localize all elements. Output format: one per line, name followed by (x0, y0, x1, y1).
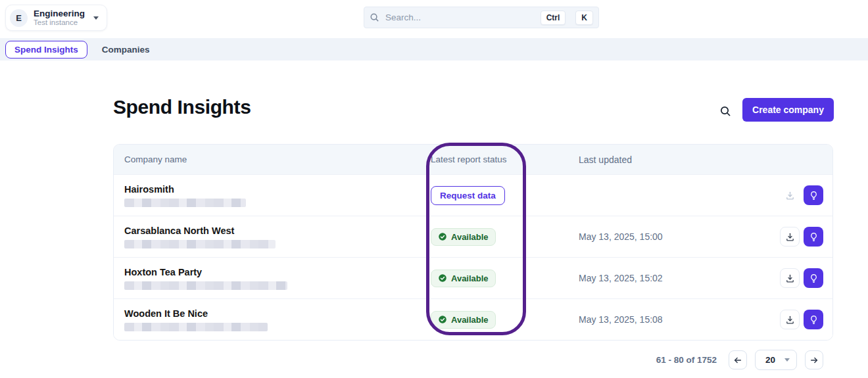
lightbulb-icon (809, 273, 819, 283)
workspace-switcher[interactable]: E Engineering Test instance (5, 5, 107, 31)
lightbulb-icon (809, 191, 819, 201)
tab-spend-insights[interactable]: Spend Insights (5, 41, 87, 59)
blurred-address (124, 199, 246, 207)
last-updated: May 13, 2025, 15:02 (579, 273, 769, 283)
create-company-button[interactable]: Create company (742, 98, 834, 122)
request-data-button[interactable]: Request data (431, 186, 505, 205)
check-circle-icon (438, 273, 447, 283)
page-size-value: 20 (765, 355, 775, 365)
arrow-left-icon (733, 356, 742, 365)
tab-companies[interactable]: Companies (102, 45, 150, 55)
insights-button[interactable] (804, 185, 823, 205)
table-body: Hairosmith Request data Carsablanca (114, 174, 832, 340)
status-cell: Available (431, 270, 579, 287)
download-icon (785, 232, 795, 242)
status-cell: Available (431, 311, 579, 329)
lightbulb-icon (809, 232, 819, 242)
status-badge-label: Available (451, 232, 489, 242)
search-icon (370, 12, 379, 22)
previous-page-button[interactable] (729, 350, 747, 369)
download-icon (785, 315, 795, 325)
table-row: Carsablanca North West Available May 13,… (114, 216, 832, 257)
table-search-button[interactable] (717, 103, 734, 120)
tab-strip: Spend Insights Companies (0, 38, 868, 60)
company-name: Wooden It Be Nice (124, 308, 431, 319)
arrow-right-icon (809, 356, 819, 365)
insights-button[interactable] (804, 227, 823, 247)
download-button[interactable] (780, 227, 800, 247)
download-button[interactable] (780, 310, 800, 329)
companies-table: Company name Latest report status Last u… (113, 144, 833, 341)
search-icon (719, 105, 731, 117)
kbd-ctrl: Ctrl (541, 11, 566, 25)
status-cell: Request data (431, 186, 579, 205)
status-badge: Available (431, 270, 496, 287)
last-updated: May 13, 2025, 15:00 (579, 231, 769, 242)
page-title: Spend Insights (113, 96, 251, 118)
table-row: Hoxton Tea Party Available May 13, 2025,… (114, 257, 832, 298)
status-badge-label: Available (451, 315, 489, 325)
insights-button[interactable] (804, 268, 823, 288)
workspace-subtitle: Test instance (34, 18, 85, 27)
table-header-row: Company name Latest report status Last u… (114, 145, 832, 174)
blurred-address (124, 240, 276, 248)
download-button[interactable] (780, 268, 800, 288)
lightbulb-icon (809, 315, 819, 325)
company-name: Carsablanca North West (124, 225, 431, 236)
download-button[interactable] (780, 185, 800, 205)
column-latest-report-status: Latest report status (431, 154, 579, 164)
chevron-down-icon (93, 16, 99, 20)
next-page-button[interactable] (805, 350, 823, 369)
table-row: Hairosmith Request data (114, 174, 832, 216)
column-company-name: Company name (114, 154, 431, 164)
check-circle-icon (438, 232, 447, 241)
table-row: Wooden It Be Nice Available May 13, 2025… (114, 298, 832, 340)
kbd-k: K (575, 11, 593, 25)
status-cell: Available (431, 228, 579, 246)
insights-button[interactable] (804, 310, 823, 329)
blurred-address (124, 281, 287, 290)
status-badge: Available (431, 311, 496, 329)
chevron-down-icon (784, 358, 790, 362)
blurred-address (124, 323, 268, 331)
page-size-select[interactable]: 20 (755, 350, 797, 370)
company-name: Hoxton Tea Party (124, 267, 431, 277)
pagination: 61 - 80 of 1752 20 (113, 350, 833, 370)
company-name: Hairosmith (124, 184, 431, 195)
download-icon (785, 191, 795, 201)
global-search: Ctrl K (364, 7, 599, 28)
download-icon (785, 273, 795, 283)
status-badge: Available (431, 228, 496, 246)
pagination-range: 61 - 80 of 1752 (656, 355, 717, 365)
status-badge-label: Available (451, 273, 489, 283)
workspace-avatar: E (10, 9, 28, 27)
column-last-updated: Last updated (579, 154, 769, 165)
check-circle-icon (438, 315, 447, 324)
search-input[interactable] (385, 12, 535, 22)
workspace-name: Engineering (34, 9, 85, 19)
last-updated: May 13, 2025, 15:08 (579, 314, 769, 325)
